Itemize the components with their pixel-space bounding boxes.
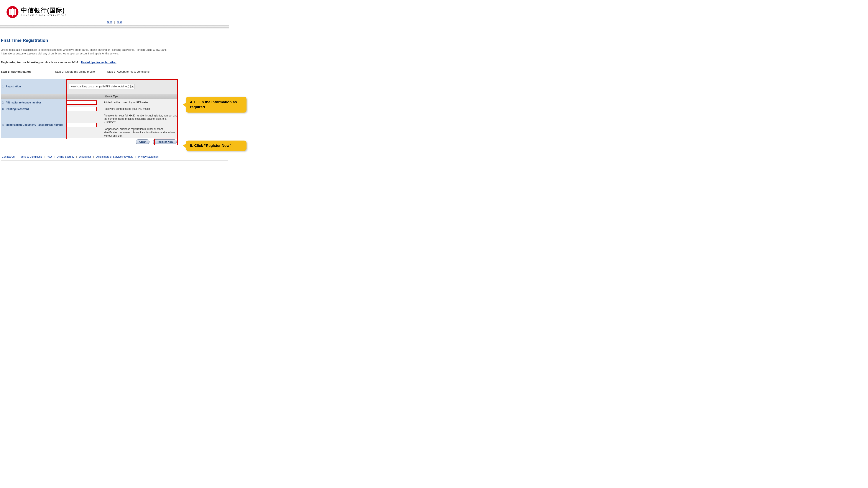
clear-button[interactable]: Clear (135, 139, 150, 144)
annotation-callout-4: 4. Fill in the information as required (186, 97, 247, 113)
footer-faq-link[interactable]: FAQ (46, 155, 52, 158)
step-2-label: Step 2) Create my online profile (55, 70, 107, 73)
page-title: First Time Registration (1, 38, 228, 43)
pin-mailer-ref-input[interactable] (66, 100, 97, 105)
register-now-button[interactable]: Register Now (153, 139, 177, 144)
pin-mailer-tip: Printed on the cover of your PIN mailer (104, 99, 178, 106)
footer-security-link[interactable]: Online Security (57, 155, 74, 158)
row-number: 4. (1, 112, 6, 138)
registration-type-label: Registration (6, 79, 66, 94)
id-document-tip-1: Please enter your full HKID number inclu… (104, 114, 178, 124)
separator: | (114, 21, 115, 24)
useful-tips-link[interactable]: Useful tips for registration (81, 61, 117, 64)
language-switch: 繁體 | 簡体 (0, 20, 229, 25)
dropdown-value: New i-banking customer (with PIN Mailer … (69, 85, 130, 88)
row-number: 2. (1, 99, 6, 106)
annotation-callout-5: 5. Click “Register Now" (186, 140, 247, 151)
footer-contact-link[interactable]: Contact Us (2, 155, 14, 158)
footer-providers-link[interactable]: Disclaimers of Service Providers (96, 155, 133, 158)
footer-disclaimer-link[interactable]: Disclaimer (79, 155, 91, 158)
existing-password-label: Existing Password (6, 106, 66, 112)
reg-simple-text: Registering for our i-banking service is… (1, 61, 78, 64)
id-document-input[interactable] (66, 123, 97, 127)
footer-terms-link[interactable]: Terms & Conditions (19, 155, 42, 158)
chevron-down-icon: ▼ (130, 85, 134, 88)
logo-english: CHINA CITIC BANK INTERNATIONAL (21, 14, 68, 17)
header: 中信银行(国际) CHINA CITIC BANK INTERNATIONAL (0, 4, 229, 20)
divider-bar (0, 25, 229, 28)
lang-traditional-link[interactable]: 繁體 (107, 21, 112, 24)
quick-tips-header: Quick Tips (104, 94, 178, 99)
lang-simplified-link[interactable]: 簡体 (117, 21, 122, 24)
footer-privacy-link[interactable]: Privacy Statement (138, 155, 159, 158)
existing-password-input[interactable] (66, 107, 97, 111)
registration-type-select[interactable]: New i-banking customer (with PIN Mailer … (69, 84, 135, 89)
step-1-label: Step 1) Authentication (1, 70, 55, 73)
id-document-tip-2: For passport, business registration numb… (104, 128, 178, 138)
logo-chinese: 中信银行(国际) (21, 7, 68, 13)
step-3-label: Step 3) Accept terms & conditions (107, 70, 150, 73)
step-indicator: Step 1) Authentication Step 2) Create my… (1, 70, 228, 73)
row-number: 1. (1, 79, 6, 94)
id-document-label: Identification Document/ Passport/ BR nu… (6, 112, 66, 138)
password-tip: Password printed inside your PIN mailer (104, 106, 178, 112)
footer-links: Contact Us | Terms & Conditions | FAQ | … (1, 153, 228, 161)
divider-bar (0, 28, 229, 29)
logo-icon (6, 6, 19, 18)
row-number: 3. (1, 106, 6, 112)
registration-form: 1. Registration New i-banking customer (… (1, 79, 178, 138)
logo-text: 中信银行(国际) CHINA CITIC BANK INTERNATIONAL (21, 7, 68, 17)
registration-subtitle: Registering for our i-banking service is… (1, 61, 228, 64)
intro-text: Online registration is applicable to exi… (1, 48, 175, 56)
pin-mailer-ref-label: PIN mailer reference number (6, 99, 66, 106)
